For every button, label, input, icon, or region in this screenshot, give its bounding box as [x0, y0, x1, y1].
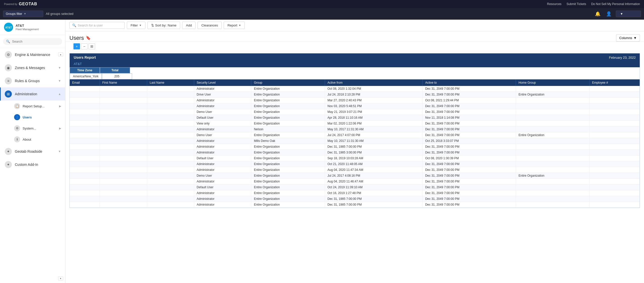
grid-view-button[interactable]: ⊞ — [89, 43, 95, 49]
sidebar-sub-about[interactable]: ℹ About — [0, 134, 65, 145]
notification-icon-button[interactable]: 🔔 — [594, 10, 602, 18]
report-label: Report — [227, 23, 237, 27]
table-row[interactable]: AdministratorEntire OrganizationMar 27, … — [70, 98, 640, 103]
filter-button[interactable]: Filter ▼ — [127, 22, 145, 29]
sidebar-item-geotab-roadside[interactable]: ✦ Geotab Roadside ▼ — [0, 145, 65, 158]
sidebar-search-icon: 🔍 — [6, 40, 10, 43]
sidebar-scroll-down-button[interactable]: ▼ — [58, 276, 63, 280]
table-cell: Dec 31, 1985 3:00:00 PM — [325, 150, 422, 155]
table-row[interactable]: AdministratorEntire OrganizationOct 08, … — [70, 86, 640, 92]
table-row[interactable]: View onlyEntire OrganizationMar 02, 2020… — [70, 121, 640, 127]
table-row[interactable]: AdministratorEntire OrganizationAug 04, … — [70, 167, 640, 173]
table-cell: View only — [194, 121, 251, 127]
table-row[interactable]: Default UserEntire OrganizationApr 28, 2… — [70, 115, 640, 121]
table-row[interactable]: Default UserEntire OrganizationOct 24, 2… — [70, 184, 640, 190]
sidebar-scroll-up-button[interactable]: ▲ — [58, 52, 63, 56]
table-row[interactable]: Demo UserEntire OrganizationJul 24, 2017… — [70, 173, 640, 179]
search-input[interactable] — [78, 23, 118, 27]
report-button[interactable]: Report ▼ — [224, 22, 245, 29]
user-icon-button[interactable]: 👤 — [605, 10, 613, 18]
table-row[interactable]: Default UserEntire OrganizationSep 18, 2… — [70, 155, 640, 161]
table-row[interactable]: AdministratorEntire OrganizationDec 31, … — [70, 196, 640, 202]
table-cell: May 10, 2017 11:31:30 AM — [325, 138, 422, 144]
resources-link[interactable]: Resources — [547, 2, 561, 6]
table-cell — [147, 190, 194, 196]
clearances-button[interactable]: Clearances — [197, 22, 222, 29]
clearances-label: Clearances — [201, 23, 218, 27]
table-cell — [100, 144, 147, 150]
table-row[interactable]: AdministratorEntire OrganizationDec 31, … — [70, 144, 640, 150]
table-cell: Administrator — [194, 167, 251, 173]
table-cell — [100, 179, 147, 184]
table-cell — [100, 86, 147, 92]
engine-icon: ⚙ — [5, 51, 12, 58]
sidebar-sub-users[interactable]: 👤 Users — [0, 112, 65, 123]
table-cell — [147, 121, 194, 127]
table-row[interactable]: Demo UserEntire OrganizationJul 24, 2017… — [70, 132, 640, 138]
report-container: + − ⊞ Users Report February 23, 2022 AT&… — [65, 42, 644, 283]
sort-button[interactable]: ⇅ Sort by: Name — [147, 22, 180, 29]
table-cell — [100, 109, 147, 115]
table-row[interactable]: AdministratorEntire OrganizationNov 03, … — [70, 103, 640, 109]
table-cell: Default User — [194, 155, 251, 161]
bookmark-icon[interactable]: 🔖 — [86, 36, 91, 40]
sidebar-sub-system[interactable]: ⚙ System... ▶ — [0, 123, 65, 134]
table-row[interactable]: AdministratorMills Demo OakMay 10, 2017 … — [70, 138, 640, 144]
sidebar-search: 🔍 — [0, 35, 65, 48]
svg-text:AT&T: AT&T — [5, 26, 12, 29]
table-cell — [516, 202, 589, 208]
table-row[interactable]: AdministratorEntire OrganizationOct 16, … — [70, 190, 640, 196]
sidebar-item-engine[interactable]: ⚙ Engine & Maintenance ▼ — [0, 48, 65, 61]
columns-button[interactable]: Columns ▼ — [616, 34, 640, 42]
table-cell: Oct 25, 2018 3:33:07 PM — [423, 138, 516, 144]
table-cell — [147, 109, 194, 115]
remove-row-button[interactable]: − — [81, 43, 88, 49]
filter-arrow-icon: ▼ — [139, 24, 142, 27]
do-not-sell-link[interactable]: Do Not Sell My Personal Information — [591, 2, 640, 6]
sidebar-item-administration[interactable]: ⊞ Administration ▲ — [0, 87, 65, 101]
table-cell: Entire Organization — [251, 167, 325, 173]
table-cell — [70, 196, 100, 202]
add-label: Add — [186, 23, 192, 27]
table-cell — [100, 167, 147, 173]
sidebar-sub-report-setup[interactable]: 📋 Report Setup... ▶ — [0, 101, 65, 112]
system-arrow-icon: ▶ — [59, 127, 61, 130]
table-row[interactable]: AdministratorEntire OrganizationDec 31, … — [70, 150, 640, 155]
table-row[interactable]: Demo UserEntire OrganizationMay 21, 2019… — [70, 109, 640, 115]
add-row-icon: + — [76, 44, 78, 48]
table-cell — [516, 138, 589, 144]
columns-label: Columns — [619, 36, 632, 40]
groups-filter-button[interactable]: Groups filter ▼ — [3, 11, 43, 17]
table-row[interactable]: AdministratorEntire OrganizationOct 21, … — [70, 161, 640, 167]
col-group: Group — [251, 79, 325, 86]
add-button[interactable]: Add — [182, 22, 195, 29]
sidebar-item-rules[interactable]: ≡ Rules & Groups ▼ — [0, 74, 65, 87]
table-cell: Dec 31, 2049 7:00:00 PM — [423, 86, 516, 92]
table-row[interactable]: AdministratorNelsonMay 10, 2017 11:31:30… — [70, 127, 640, 132]
submit-tickets-link[interactable]: Submit Tickets — [567, 2, 586, 6]
add-row-button[interactable]: + — [73, 43, 80, 49]
sidebar-item-custom-add-in[interactable]: ✦ Custom Add-In — [0, 158, 65, 171]
sidebar-item-zones[interactable]: ◉ Zones & Messages ▼ — [0, 61, 65, 74]
table-cell — [516, 109, 589, 115]
sort-icon: ⇅ — [151, 23, 154, 27]
table-cell: Jul 24, 2018 2:10:28 PM — [325, 92, 422, 98]
table-cell: Dec 31, 1985 7:00:00 PM — [325, 196, 422, 202]
report-company: AT&T — [70, 61, 640, 67]
table-cell: Apr 28, 2018 11:10:16 AM — [325, 115, 422, 121]
geotab-logo: Powered by GEOTAB — [4, 2, 37, 6]
table-cell — [147, 127, 194, 132]
user-menu-button[interactable]: ▼ — [616, 11, 641, 17]
table-cell — [516, 150, 589, 155]
about-label: About — [23, 138, 31, 141]
table-cell — [70, 115, 100, 121]
table-cell: Entire Organization — [251, 155, 325, 161]
toolbar: 🔍 Filter ▼ ⇅ Sort by: Name Add Clearance… — [65, 20, 644, 31]
table-row[interactable]: Drive UserEntire OrganizationJul 24, 201… — [70, 92, 640, 98]
table-cell: Dec 31, 2049 7:00:00 PM — [423, 103, 516, 109]
table-row[interactable]: AdministratorEntire OrganizationAug 04, … — [70, 179, 640, 184]
sidebar-search-input[interactable] — [12, 40, 59, 43]
table-cell — [516, 121, 589, 127]
col-email: Email — [70, 79, 100, 86]
table-row[interactable]: AdministratorEntire OrganizationDec 31, … — [70, 202, 640, 208]
